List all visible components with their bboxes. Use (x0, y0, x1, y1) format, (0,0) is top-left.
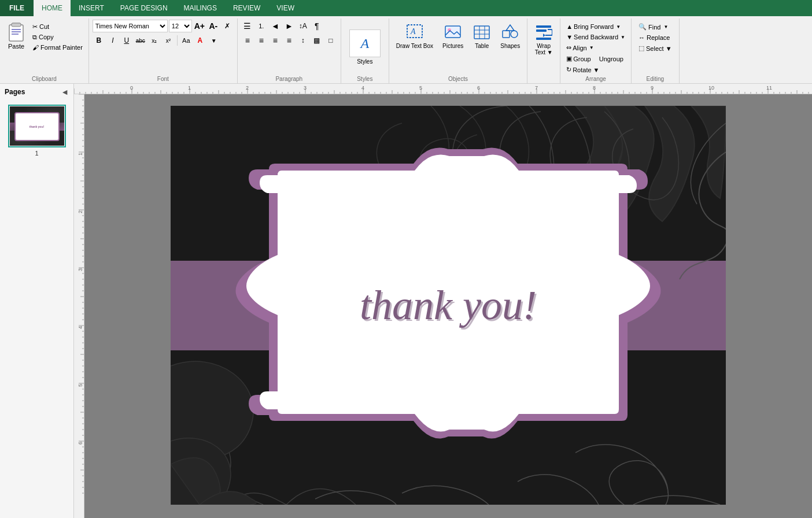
tab-view[interactable]: VIEW (268, 0, 302, 16)
borders-button[interactable]: □ (324, 34, 337, 47)
align-right-button[interactable]: ≡ (269, 34, 282, 47)
draw-text-box-label: Draw Text Box (396, 43, 433, 49)
underline-button[interactable]: U (120, 34, 133, 47)
send-backward-button[interactable]: ▼ Send Backward ▼ (564, 32, 628, 42)
tab-home[interactable]: HOME (34, 0, 71, 16)
page-number: 1 (35, 150, 38, 157)
svg-rect-18 (536, 25, 551, 28)
font-name-select[interactable]: Times New Roman (93, 20, 168, 32)
tab-mailings[interactable]: MAILINGS (176, 0, 225, 16)
paragraph-group: ☰ 1. ◄ ► ↕A ¶ ≡ ≡ ≡ ≡ ↕ ▩ □ Paragraph (238, 18, 341, 83)
svg-rect-8 (445, 26, 460, 38)
format-painter-button[interactable]: 🖌 Format Painter (30, 43, 85, 52)
pages-panel: Pages ◄ thank you! 1 (0, 84, 74, 518)
superscript-button[interactable]: x² (162, 34, 175, 47)
font-color-button[interactable]: A (194, 34, 206, 47)
select-icon: ⬚ (638, 45, 644, 52)
cut-button[interactable]: ✂ Cut (30, 22, 85, 32)
clipboard-group: Paste ✂ Cut ⧉ Copy 🖌 Format Painter Clip… (0, 18, 89, 83)
line-spacing-button[interactable]: ↕ (297, 34, 309, 47)
grow-font-button[interactable]: A+ (193, 20, 206, 32)
font-size-select[interactable]: 12 (169, 20, 192, 32)
font-label: Font (157, 75, 169, 82)
group-button[interactable]: ▣ Group (564, 54, 593, 64)
tab-file[interactable]: FILE (0, 0, 34, 16)
send-backward-icon: ▼ (566, 34, 573, 40)
vertical-ruler (74, 94, 84, 518)
svg-rect-15 (503, 31, 510, 38)
subscript-button[interactable]: x₂ (148, 34, 161, 47)
thank-you-text: thank you! (360, 282, 537, 330)
rotate-button[interactable]: ↻ Rotate ▼ (564, 65, 601, 75)
rotate-icon: ↻ (566, 66, 571, 73)
main-area: Pages ◄ thank you! 1 (0, 84, 812, 518)
paste-icon (7, 22, 25, 43)
svg-point-16 (511, 31, 518, 38)
align-left-button[interactable]: ≡ (241, 34, 254, 47)
indent-increase-button[interactable]: ► (283, 20, 296, 32)
svg-rect-1 (9, 25, 23, 41)
page-1-thumbnail[interactable]: thank you! (8, 105, 66, 147)
clear-format-button[interactable]: ✗ (221, 20, 234, 32)
bold-button[interactable]: B (93, 34, 105, 47)
replace-button[interactable]: ↔ Replace (635, 33, 673, 42)
clipboard-label: Clipboard (32, 75, 57, 82)
copy-icon: ⧉ (32, 34, 37, 40)
show-hide-button[interactable]: ¶ (311, 20, 323, 32)
find-button[interactable]: 🔍 Find ▼ (635, 22, 671, 32)
bullets-button[interactable]: ☰ (241, 20, 254, 32)
editing-group: 🔍 Find ▼ ↔ Replace ⬚ Select ▼ Editing (632, 18, 680, 83)
send-backward-dropdown: ▼ (621, 35, 625, 40)
sort-button[interactable]: ↕A (297, 20, 309, 32)
pages-collapse-button[interactable]: ◄ (61, 87, 69, 97)
align-icon: ⇔ (566, 44, 571, 51)
strikethrough-button[interactable]: abc (134, 34, 147, 47)
shapes-icon (501, 22, 519, 43)
select-button[interactable]: ⬚ Select ▼ (635, 43, 676, 53)
document-page: thank you! (171, 106, 726, 505)
horizontal-ruler (74, 84, 812, 94)
align-center-button[interactable]: ≡ (255, 34, 268, 47)
pictures-button[interactable]: Pictures (439, 20, 467, 51)
shapes-button[interactable]: Shapes (497, 20, 523, 51)
copy-button[interactable]: ⧉ Copy (30, 32, 85, 42)
bring-forward-dropdown: ▼ (616, 24, 621, 29)
align-dropdown: ▼ (589, 45, 594, 50)
paste-button[interactable]: Paste (3, 20, 29, 52)
justify-button[interactable]: ≡ (283, 34, 296, 47)
change-case-button[interactable]: Aa (180, 34, 193, 47)
tab-insert[interactable]: INSERT (71, 0, 112, 16)
align-button[interactable]: ⇔ Align ▼ (564, 43, 596, 53)
styles-button[interactable]: A Styles (345, 27, 385, 67)
wrap-text-group: WrapText ▼ (527, 18, 560, 83)
format-painter-icon: 🖌 (32, 44, 39, 51)
styles-group-label: Styles (357, 75, 372, 82)
table-button[interactable]: Table (469, 20, 494, 51)
tab-review[interactable]: REVIEW (225, 0, 268, 16)
pages-header: Pages ◄ (0, 84, 73, 100)
arrange-group: ▲ Bring Forward ▼ ▼ Send Backward ▼ ⇔ Al… (560, 18, 632, 83)
shrink-font-button[interactable]: A- (207, 20, 220, 32)
table-label: Table (475, 43, 489, 49)
bring-forward-icon: ▲ (566, 23, 573, 30)
shapes-label: Shapes (500, 43, 520, 49)
draw-text-box-button[interactable]: A Draw Text Box (393, 20, 437, 51)
ruler-and-canvas: thank you! (74, 94, 812, 518)
highlight-button[interactable]: ▼ (208, 34, 220, 47)
wrap-text-icon (534, 22, 553, 43)
shading-button[interactable]: ▩ (311, 34, 323, 47)
arrange-group-label: Arrange (585, 75, 606, 82)
page-thumbnail-container: thank you! 1 (0, 100, 73, 161)
numbering-button[interactable]: 1. (255, 20, 268, 32)
tab-page-design[interactable]: PAGE DESIGN (112, 0, 176, 16)
svg-rect-4 (12, 31, 21, 32)
bring-forward-button[interactable]: ▲ Bring Forward ▼ (564, 22, 623, 31)
canvas-area[interactable]: thank you! (84, 94, 812, 518)
ungroup-button[interactable]: Ungroup (597, 54, 626, 64)
indent-decrease-button[interactable]: ◄ (269, 20, 282, 32)
pictures-icon (444, 22, 462, 43)
doc-area: thank you! (74, 84, 812, 518)
wrap-text-button[interactable]: WrapText ▼ (531, 20, 556, 58)
italic-button[interactable]: I (106, 34, 119, 47)
svg-rect-2 (12, 23, 21, 27)
